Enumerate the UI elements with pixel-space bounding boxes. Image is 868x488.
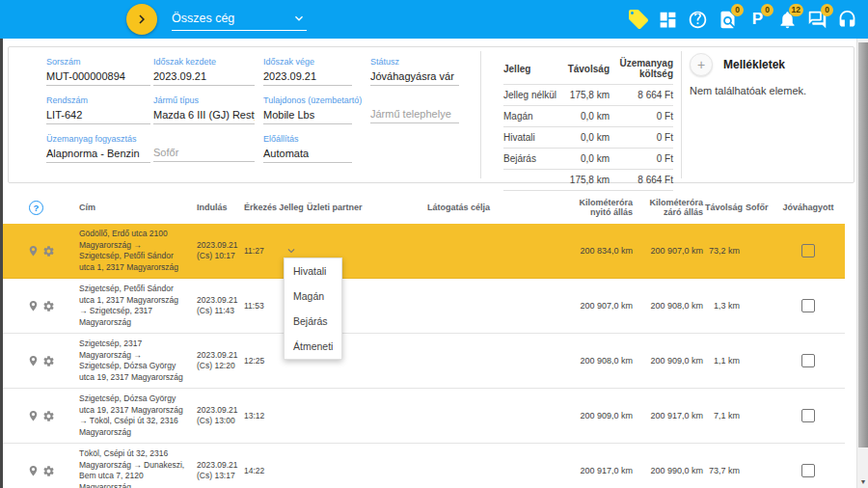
- col-tavolsag: Távolság: [705, 203, 742, 212]
- jelleg-option[interactable]: Magán: [285, 284, 341, 309]
- approved-checkbox[interactable]: [801, 354, 815, 367]
- trip-km-close: 200 990,0 km: [635, 466, 705, 475]
- jelleg-summary-table: Jelleg Távolság Üzemanyag költség Jelleg…: [503, 53, 673, 191]
- trip-distance: 73,2 km: [705, 246, 742, 256]
- map-pin-icon[interactable]: [27, 410, 40, 422]
- table-help-icon[interactable]: ?: [29, 201, 43, 215]
- scrollbar-thumb[interactable]: [858, 42, 868, 447]
- card-divider: [681, 51, 682, 178]
- approved-checkbox[interactable]: [801, 299, 815, 312]
- rendszam-input[interactable]: LIT-642: [46, 109, 150, 124]
- trip-km-close: 200 908,0 km: [635, 301, 705, 311]
- scrollbar-down-arrow[interactable]: ▼: [857, 475, 868, 487]
- map-pin-icon[interactable]: [27, 300, 40, 312]
- sorszam-input[interactable]: MUT-000000894: [46, 70, 150, 86]
- tulajdonos-input[interactable]: Mobile Lbs: [263, 109, 352, 124]
- trip-row[interactable]: Szigetcsép, Dózsa György utca 19, 2317 M…: [0, 389, 845, 444]
- trips-table-body: Gödöllő, Erdő utca 2100 Magyarország → S…: [0, 224, 845, 488]
- gear-icon[interactable]: [42, 465, 55, 477]
- expand-menu-button[interactable]: [126, 4, 157, 35]
- jelleg-option[interactable]: Hivatali: [285, 258, 341, 284]
- trip-row[interactable]: Szigetcsép, 2317 Magyarország → Szigetcs…: [0, 334, 845, 389]
- company-select[interactable]: Összes cég: [172, 7, 307, 31]
- trip-km-open: 200 917,0 km: [569, 466, 635, 475]
- trip-departure: 2023.09.21 (Cs) 13:00: [189, 405, 239, 427]
- trip-row[interactable]: Gödöllő, Erdő utca 2100 Magyarország → S…: [0, 224, 845, 279]
- topbar-icons: 0 P0 12 0: [626, 0, 859, 39]
- vertical-scrollbar[interactable]: ▼: [856, 39, 868, 488]
- collapsed-sidebar-edge: [0, 39, 3, 488]
- notifications-icon[interactable]: 12: [775, 8, 800, 32]
- trip-distance: 1,1 km: [705, 356, 742, 366]
- idoszak-kezdete-input[interactable]: 2023.09.21: [153, 70, 255, 86]
- jarmu-telephelye-input[interactable]: Jármű telephelye: [370, 108, 459, 123]
- add-attachment-button[interactable]: +: [690, 53, 713, 76]
- uzemanyag-fogyasztas-input[interactable]: Alapnorma - Benzin: [46, 148, 150, 163]
- summary-total-row: 175,8 km 8 664 Ft: [503, 170, 673, 191]
- field-jarmu-tipus: Jármű típus Mazda 6 III (GJ) Restyli: [153, 95, 255, 124]
- trip-row[interactable]: Tököl, Csépi út 32, 2316 Magyarország → …: [0, 444, 845, 488]
- col-latogatas-celja: Látogatás célja: [427, 203, 569, 212]
- attachments-title: Mellékletek: [723, 58, 785, 71]
- map-pin-icon[interactable]: [27, 465, 40, 477]
- col-erkezes: Érkezés: [239, 203, 276, 212]
- trip-address: Gödöllő, Erdő utca 2100 Magyarország → S…: [71, 229, 189, 273]
- col-indulas: Indulás: [189, 203, 239, 212]
- trip-row[interactable]: Szigetcsép, Petőfi Sándor utca 1, 2317 M…: [0, 279, 845, 334]
- statusz-input[interactable]: Jóváhagyásra vár: [370, 70, 459, 86]
- notifications-badge: 12: [789, 4, 803, 16]
- trip-arrival: 12:25: [239, 356, 276, 366]
- approved-checkbox[interactable]: [801, 409, 815, 422]
- approved-checkbox[interactable]: [801, 464, 815, 477]
- help-icon[interactable]: [686, 8, 710, 32]
- trip-departure: 2023.09.21 (Cs) 13:17: [189, 460, 239, 482]
- trips-table-header: ? Cím Indulás Érkezés Jelleg Üzleti part…: [0, 191, 845, 224]
- col-jelleg: Jelleg: [276, 203, 307, 212]
- tag-icon[interactable]: [626, 8, 650, 32]
- support-icon[interactable]: [835, 8, 859, 32]
- document-search-badge: 0: [731, 4, 744, 16]
- topbar: Összes cég 0 P0 12: [0, 0, 868, 39]
- jelleg-select[interactable]: [285, 244, 298, 258]
- field-jarmu-telephelye: Jármű telephelye: [370, 108, 459, 123]
- trip-departure: 2023.09.21 (Cs) 12:20: [189, 350, 239, 372]
- parking-icon[interactable]: P0: [746, 8, 770, 32]
- gear-icon[interactable]: [42, 410, 55, 422]
- col-km-zaro: Kilométeróra záró állás: [635, 198, 705, 217]
- jarmu-tipus-input[interactable]: Mazda 6 III (GJ) Restyli: [153, 109, 255, 124]
- dashboard-icon[interactable]: [656, 8, 680, 32]
- trip-km-close: 200 917,0 km: [635, 411, 705, 420]
- approved-checkbox[interactable]: [801, 244, 815, 258]
- summary-row: Hivatali 0,0 km 0 Ft: [503, 127, 673, 149]
- field-rendszam: Rendszám LIT-642: [46, 95, 150, 124]
- field-idoszak-vege: Időszak vége 2023.09.21: [263, 57, 352, 86]
- jelleg-option[interactable]: Bejárás: [285, 309, 341, 334]
- gear-icon[interactable]: [42, 300, 55, 312]
- document-search-icon[interactable]: 0: [716, 8, 740, 32]
- messages-icon[interactable]: 0: [805, 8, 829, 32]
- company-select-value: Összes cég: [172, 12, 234, 25]
- summary-header: Jelleg Távolság Üzemanyag költség: [503, 53, 673, 85]
- field-idoszak-kezdete: Időszak kezdete 2023.09.21: [153, 57, 255, 86]
- map-pin-icon[interactable]: [27, 355, 40, 367]
- map-pin-icon[interactable]: [27, 245, 40, 258]
- trip-arrival: 11:27: [239, 246, 276, 256]
- trip-distance: 1,3 km: [705, 301, 742, 311]
- chevron-right-icon: [133, 11, 150, 28]
- col-km-nyito: Kilométeróra nyitó állás: [569, 198, 635, 217]
- gear-icon[interactable]: [42, 245, 55, 258]
- trip-km-close: 200 907,0 km: [635, 246, 705, 256]
- field-sofor: Sofőr: [153, 147, 255, 162]
- field-uzemanyag-fogyasztas: Üzemanyag fogyasztás Alapnorma - Benzin: [46, 134, 150, 163]
- trip-km-open: 200 909,0 km: [569, 411, 635, 420]
- idoszak-vege-input[interactable]: 2023.09.21: [263, 70, 352, 86]
- trip-arrival: 13:12: [239, 411, 276, 420]
- gear-icon[interactable]: [42, 355, 55, 367]
- trip-sheet-card: Sorszám MUT-000000894 Időszak kezdete 20…: [8, 46, 854, 183]
- summary-row: Magán 0,0 km 0 Ft: [503, 106, 673, 127]
- eloallitas-input[interactable]: Automata: [263, 148, 352, 163]
- summary-row: Jelleg nélkül 175,8 km 8 664 Ft: [503, 85, 673, 106]
- sofor-input[interactable]: Sofőr: [153, 147, 255, 162]
- trip-distance: 7,1 km: [705, 411, 742, 420]
- jelleg-option[interactable]: Átmeneti: [285, 334, 341, 359]
